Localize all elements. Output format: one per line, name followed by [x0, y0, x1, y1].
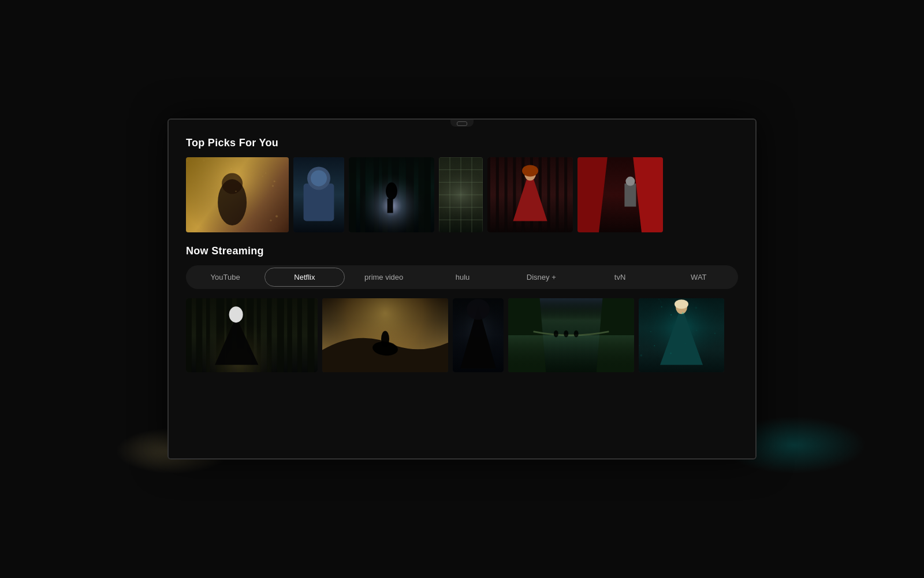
top-picks-thumb-2[interactable] [293, 157, 344, 232]
top-picks-thumb-3[interactable] [349, 157, 434, 232]
streaming-thumb-1[interactable] [186, 298, 318, 372]
now-streaming-title: Now Streaming [186, 245, 738, 257]
tab-disney-plus[interactable]: Disney + [502, 268, 580, 286]
tv-notch [450, 120, 474, 127]
top-picks-row [186, 157, 738, 232]
top-picks-thumb-4[interactable] [439, 157, 483, 232]
streaming-thumb-3[interactable] [453, 298, 504, 372]
tv-frame: Top Picks For You Now Streaming [167, 118, 757, 460]
tab-hulu[interactable]: hulu [423, 268, 502, 286]
tab-netflix[interactable]: Netflix [264, 268, 344, 287]
tab-tvn[interactable]: tvN [580, 268, 659, 286]
streaming-tabs: YouTube Netflix prime video hulu Disney … [186, 265, 738, 289]
top-picks-title: Top Picks For You [186, 137, 738, 149]
top-picks-thumb-6[interactable] [578, 157, 663, 232]
top-picks-thumb-1[interactable] [186, 157, 289, 232]
tab-watcha[interactable]: WAT [660, 268, 738, 286]
tab-prime-video[interactable]: prime video [345, 268, 423, 286]
streaming-row [186, 298, 738, 372]
tv-screen: Top Picks For You Now Streaming [169, 120, 755, 458]
top-picks-thumb-5[interactable] [487, 157, 573, 232]
streaming-thumb-4[interactable] [508, 298, 634, 372]
streaming-thumb-5[interactable] [639, 298, 724, 372]
now-streaming-section: Now Streaming YouTube Netflix prime vide… [186, 245, 738, 372]
tab-youtube[interactable]: YouTube [186, 268, 264, 286]
streaming-thumb-2[interactable] [322, 298, 448, 372]
